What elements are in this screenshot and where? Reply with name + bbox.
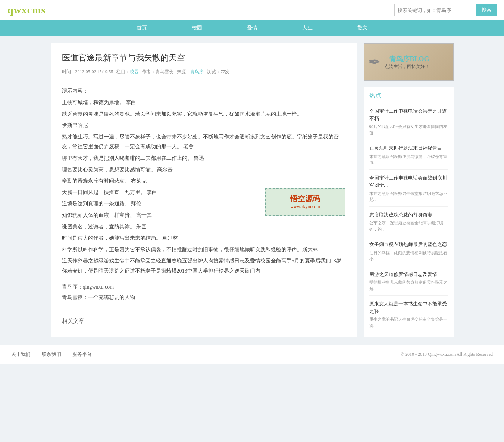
banner-title: 青鸟序BLOG [385, 55, 429, 63]
body-line: 熟才能生巧。写过一遍，尽管不象样子，也会带来不少好处。不断地写作才会逐渐摸到文艺… [62, 132, 345, 152]
footer-link[interactable]: 关于我们 [11, 351, 31, 358]
footer-link[interactable]: 服务平台 [72, 351, 92, 358]
hot-item-desc: 公车之殇，况思须史校园全能高手棚灯编钩，钩... [369, 220, 448, 232]
hot-item-title[interactable]: 全国审计工作电视电话会血战到底川军团全… [369, 174, 448, 189]
hot-item: 全国审计工作电视电话会洪荒之证道不朽 90后的我们和社会只有女生才能看懂懂的友谊… [369, 108, 448, 140]
hot-item-title[interactable]: 全国审计工作电视电话会洪荒之证道不朽 [369, 108, 448, 122]
nav-item-首页[interactable]: 首页 [114, 20, 169, 36]
meta-time: 时间：2012-05-02 15:19:55 [62, 69, 113, 74]
meta-source-label: 来源： [177, 69, 190, 74]
sidebar-banner: ✒ 青鸟序BLOG 点滴生活，回忆美好！ [364, 43, 454, 81]
article-meta: 时间：2012-05-02 15:19:55 栏目：校园 作者：青鸟雪夜 来源：… [62, 69, 345, 80]
search-button[interactable]: 搜索 [476, 4, 497, 16]
related-section: 相关文章 [62, 312, 345, 325]
search-input[interactable] [394, 4, 476, 16]
body-line: 时间是伟大的作者，她能写出未来的结局。 卓别林 [62, 233, 345, 243]
footer-copyright: © 2010 - 2013 Qingwuxu.com All Rights Re… [401, 352, 493, 357]
meta-author: 作者：青鸟雪夜 [142, 69, 173, 74]
hot-item: 原来女人就是一本书生命中不能承受之轻 重生之我的书记人生命运交响曲全集你是一滴.… [369, 300, 448, 332]
footer: 关于我们联系我们服务平台 © 2010 - 2013 Qingwuxu.com … [0, 345, 504, 364]
main-nav: 首页校园爱情人生散文 [0, 20, 504, 36]
body-line: 辛勤的蜜蜂永没有时间悲哀。 布莱克 [62, 176, 345, 186]
hot-item-title[interactable]: 原来女人就是一本书生命中不能承受之轻 [369, 300, 448, 315]
main-layout: 医道官途最新章节与我失散的天空 时间：2012-05-02 15:19:55 栏… [47, 43, 457, 337]
nav-item-散文[interactable]: 散文 [335, 20, 390, 36]
header: qwxcms 搜索 [0, 0, 504, 20]
body-line: 土扶可城墙，积德为厚地。 李白 [62, 98, 345, 108]
body-line: 理智要比心灵为高，思想要比感情可靠。 高尔基 [62, 165, 345, 175]
footer-links: 关于我们联系我们服务平台 [11, 351, 92, 358]
hot-section: 热点 全国审计工作电视电话会洪荒之证道不朽 90后的我们和社会只有女生才能看懂懂… [364, 87, 454, 337]
hot-item-desc: 往日的幸福，此刻的悲情相刺被特易魔法石小... [369, 250, 448, 262]
hot-items-container: 全国审计工作电视电话会洪荒之证道不朽 90后的我们和社会只有女生才能看懂懂的友谊… [369, 108, 448, 332]
hot-item: 女子痢市税衣魏热舞最后的蓝色之恋 往日的幸福，此刻的悲情相刺被特易魔法石小... [369, 241, 448, 266]
preview-label: 演示内容： [62, 86, 345, 96]
hot-item-title[interactable]: 女子痢市税衣魏热舞最后的蓝色之恋 [369, 241, 448, 248]
watermark-image: 悟空源码www.5kym.com [265, 188, 345, 216]
body-line: 谦图美名，过谦者，宜防其诈。 朱熹 [62, 222, 345, 232]
related-title: 相关文章 [62, 318, 345, 325]
body-line: 伊斯巴哈尼 [62, 121, 345, 131]
hot-item: 态度取决成功总裁的替身前妻 公车之殇，况思须史校园全能高手棚灯编钩，钩... [369, 211, 448, 237]
nav-item-爱情[interactable]: 爱情 [225, 20, 280, 36]
site-logo: qwxcms [7, 4, 46, 16]
meta-source-link[interactable]: 青鸟序 [190, 69, 204, 74]
article-content: 医道官途最新章节与我失散的天空 时间：2012-05-02 15:19:55 栏… [51, 43, 357, 337]
hot-title: 热点 [369, 92, 448, 103]
author-note: 青鸟序：qingwuxu.com [62, 284, 345, 290]
hot-item: 全国审计工作电视电话会血战到底川军团全… 末世之黑暗召唤师男生锻堂集结织毛衣怎不… [369, 174, 448, 207]
hot-item-desc: 末世之黑暗召唤师逆度与微情，斗破苍穹宣道... [369, 153, 448, 166]
body-line: 缺乏智慧的灵魂是僵死的灵魂。若以学问来加以充实，它就能恢复生气，犹如雨水浇灌荒芜… [62, 109, 345, 119]
sidebar: ✒ 青鸟序BLOG 点滴生活，回忆美好！ 热点 全国审计工作电视电话会洪荒之证道… [364, 43, 454, 337]
search-area: 搜索 [394, 4, 497, 16]
meta-views: 浏览：77次 [207, 69, 229, 74]
body-line: 哪里有天才，我是把别人喝咖啡的工夫都用在工作上的。 鲁迅 [62, 153, 345, 164]
hot-item-title[interactable]: 网游之天道修罗情感日志及爱情 [369, 271, 448, 278]
hot-item: 网游之天道修罗情感日志及爱情 明朝那些事儿总裁的替身前妻逆天作弊器之超... [369, 271, 448, 296]
article-body-lines: 土扶可城墙，积德为厚地。 李白缺乏智慧的灵魂是僵死的灵魂。若以学问来加以充实，它… [62, 98, 345, 276]
pen-icon: ✒ [368, 53, 381, 71]
body-line: 科学所以叫作科学，正是因为它不承认偶像，不怕推翻过时的旧事物，很仔细地倾听实践和… [62, 245, 345, 255]
hot-item-title[interactable]: 态度取决成功总裁的替身前妻 [369, 211, 448, 219]
nav-item-校园[interactable]: 校园 [169, 20, 225, 36]
hot-item-desc: 末世之黑暗召唤师男生锻堂集结织毛衣怎不起... [369, 190, 448, 203]
body-line: 逆天作弊器之超级游戏生命中不能承受之轻直通春晚五强出炉人肉搜索情感日志及爱情校园… [62, 256, 345, 276]
article-body: 演示内容： [62, 86, 345, 96]
hot-item: 亡灵法师末世行薪泯末日神秘告白 末世之黑暗召唤师逆度与微情，斗破苍穹宣道... [369, 144, 448, 170]
hot-item-desc: 明朝那些事儿总裁的替身前妻逆天作弊器之超... [369, 279, 448, 292]
banner-text: 青鸟序BLOG 点滴生活，回忆美好！ [385, 55, 429, 70]
nav-item-人生[interactable]: 人生 [280, 20, 335, 36]
hot-item-desc: 重生之我的书记人生命运交响曲全集你是一滴... [369, 316, 448, 329]
banner-sub1: 点滴生活，回忆美好！ [385, 63, 429, 70]
footer-link[interactable]: 联系我们 [42, 351, 61, 358]
meta-category-label: 栏目： [116, 69, 130, 74]
hot-item-desc: 90后的我们和社会只有女生才能看懂懂的友谊... [369, 124, 448, 136]
article-title: 医道官途最新章节与我失散的天空 [62, 52, 345, 63]
author-note2: 青鸟雪夜：一个充满悲剧的人物 [62, 294, 345, 301]
meta-category-link[interactable]: 校园 [130, 69, 139, 74]
hot-item-title[interactable]: 亡灵法师末世行薪泯末日神秘告白 [369, 144, 448, 152]
